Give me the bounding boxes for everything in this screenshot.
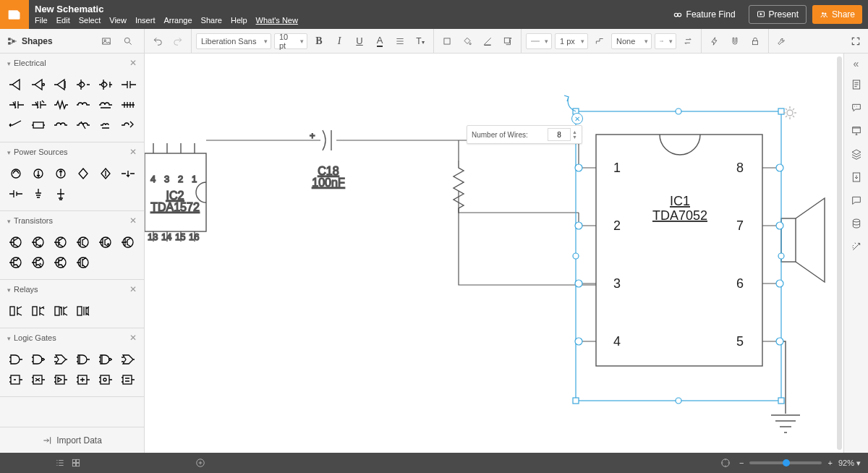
shape-item[interactable] xyxy=(75,303,93,319)
wire-count-up[interactable]: ▲ xyxy=(572,129,577,135)
capacitor-c18[interactable]: + C18 100nF xyxy=(310,130,345,189)
library-header-transistors[interactable]: ▾Transistors✕ xyxy=(0,211,144,230)
insert-image-icon[interactable] xyxy=(98,33,115,50)
menu-help[interactable]: Help xyxy=(231,15,247,25)
dock-page-icon[interactable] xyxy=(848,77,864,93)
shape-item[interactable] xyxy=(96,234,114,250)
dock-collapse-icon[interactable]: « xyxy=(854,58,859,69)
dock-magic-icon[interactable] xyxy=(848,239,864,255)
line-width-select[interactable]: 1 px xyxy=(555,33,588,49)
shape-fill-button[interactable] xyxy=(438,33,456,50)
shape-item[interactable] xyxy=(96,117,114,133)
menu-select[interactable]: Select xyxy=(79,15,101,25)
shape-item[interactable] xyxy=(75,117,93,133)
shape-item[interactable] xyxy=(96,77,114,93)
shape-item[interactable] xyxy=(119,166,137,182)
shape-item[interactable] xyxy=(52,234,70,250)
shape-item[interactable] xyxy=(30,303,48,319)
zoom-anchor-icon[interactable] xyxy=(718,455,733,471)
library-close-icon[interactable]: ✕ xyxy=(129,147,137,157)
dock-data-icon[interactable] xyxy=(848,216,864,231)
menu-view[interactable]: View xyxy=(109,15,127,25)
shape-item[interactable] xyxy=(52,186,70,202)
shapes-panel-toggle[interactable]: Shapes xyxy=(0,29,145,53)
shape-item[interactable] xyxy=(30,117,48,133)
library-close-icon[interactable]: ✕ xyxy=(129,284,137,294)
ic1-chip[interactable]: IC1 TDA7052 1 2 3 4 5 6 7 8 xyxy=(596,135,762,366)
shape-item[interactable] xyxy=(119,117,137,133)
shape-item[interactable] xyxy=(119,234,137,250)
text-options-button[interactable]: T▾ xyxy=(412,33,429,50)
dock-comments-icon[interactable] xyxy=(848,100,864,116)
library-close-icon[interactable]: ✕ xyxy=(129,58,137,68)
vertical-scrollbar[interactable] xyxy=(837,56,842,450)
shape-item[interactable] xyxy=(52,117,70,133)
font-size-select[interactable]: 10 pt xyxy=(274,33,307,49)
zoom-level[interactable]: 92% ▾ xyxy=(838,459,861,468)
present-button[interactable]: Present xyxy=(749,5,807,24)
shape-item[interactable] xyxy=(30,372,48,388)
feature-find-button[interactable]: Feature Find xyxy=(665,5,743,24)
italic-button[interactable]: I xyxy=(331,33,348,50)
shape-item[interactable] xyxy=(119,351,137,367)
shape-item[interactable] xyxy=(52,303,70,319)
shape-item[interactable] xyxy=(30,351,48,367)
line-style-select[interactable] xyxy=(526,33,552,49)
dock-layers-icon[interactable] xyxy=(848,146,864,162)
wire-count-down[interactable]: ▼ xyxy=(572,135,577,140)
library-header-power-sources[interactable]: ▾Power Sources✕ xyxy=(0,142,144,161)
shape-options-button[interactable] xyxy=(499,33,516,50)
library-close-icon[interactable]: ✕ xyxy=(129,216,137,226)
shape-item[interactable] xyxy=(7,186,25,202)
shape-item[interactable] xyxy=(52,97,70,113)
add-page-icon[interactable] xyxy=(192,455,208,471)
shape-item[interactable] xyxy=(52,77,70,93)
import-data-button[interactable]: Import Data xyxy=(0,427,144,453)
dock-chat-icon[interactable] xyxy=(848,192,864,208)
shape-item[interactable] xyxy=(75,97,93,113)
outline-view-icon[interactable] xyxy=(52,455,68,471)
shape-item[interactable] xyxy=(7,77,25,93)
menu-arrange[interactable]: Arrange xyxy=(163,15,192,25)
shape-item[interactable] xyxy=(119,77,137,93)
shape-item[interactable] xyxy=(75,351,93,367)
menu-share[interactable]: Share xyxy=(201,15,222,25)
dock-slides-icon[interactable] xyxy=(848,123,864,139)
line-color-button[interactable] xyxy=(479,33,496,50)
shape-item[interactable] xyxy=(96,166,114,182)
shape-item[interactable] xyxy=(75,77,93,93)
menu-file[interactable]: File xyxy=(35,15,48,25)
ground-symbol[interactable] xyxy=(771,341,800,432)
more-tools-button[interactable] xyxy=(773,33,791,50)
arrow-style-select[interactable] xyxy=(655,33,676,49)
document-title[interactable]: New Schematic xyxy=(35,4,665,15)
library-header-logic-gates[interactable]: ▾Logic Gates✕ xyxy=(0,328,144,347)
search-shapes-icon[interactable] xyxy=(119,33,137,50)
shape-item[interactable] xyxy=(30,77,48,93)
shape-item[interactable] xyxy=(7,117,25,133)
shape-item[interactable] xyxy=(52,351,70,367)
redo-button[interactable] xyxy=(169,33,187,50)
zoom-out-icon[interactable]: − xyxy=(739,459,744,467)
zoom-in-icon[interactable]: + xyxy=(827,459,832,467)
shape-item[interactable] xyxy=(52,166,70,182)
swap-ends-button[interactable] xyxy=(679,33,697,50)
menu-whatsnew[interactable]: What's New xyxy=(256,15,298,25)
menu-insert[interactable]: Insert xyxy=(135,15,156,25)
bold-button[interactable]: B xyxy=(310,33,328,50)
shape-item[interactable] xyxy=(30,234,48,250)
shape-item[interactable] xyxy=(75,255,93,270)
shape-item[interactable] xyxy=(96,351,114,367)
schematic-canvas[interactable]: + C18 100nF 4 3 2 1 IC2 xyxy=(145,54,843,453)
shape-item[interactable] xyxy=(75,166,93,182)
library-header-relays[interactable]: ▾Relays✕ xyxy=(0,280,144,299)
app-logo[interactable] xyxy=(0,0,29,29)
wire-count-input[interactable] xyxy=(548,128,571,141)
shape-item[interactable] xyxy=(30,255,48,270)
shape-item[interactable] xyxy=(30,166,48,182)
undo-button[interactable] xyxy=(149,33,166,50)
shape-item[interactable] xyxy=(119,372,137,388)
line-fill-select[interactable]: None xyxy=(611,33,652,49)
shape-item[interactable] xyxy=(75,234,93,250)
dock-export-icon[interactable] xyxy=(848,169,864,185)
